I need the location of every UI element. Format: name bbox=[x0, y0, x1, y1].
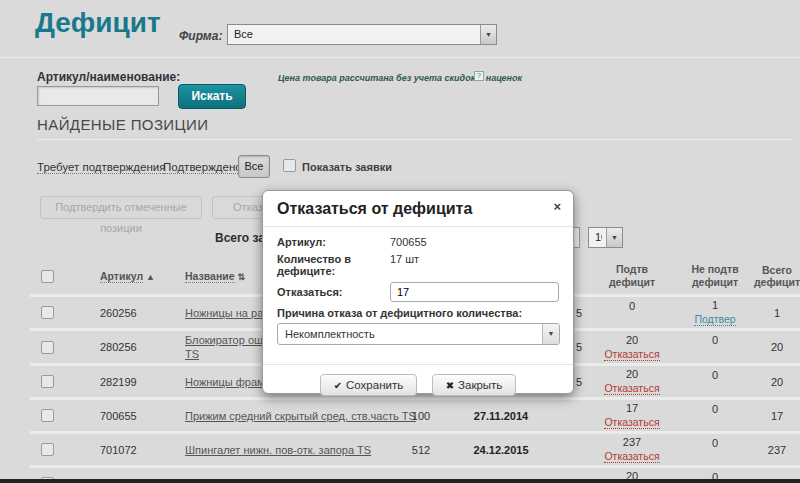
modal-qty-label: Количество в дефиците: bbox=[277, 253, 390, 277]
cell-qty: 512 bbox=[382, 444, 460, 456]
filter-requires-confirmation[interactable]: Требует подтверждения bbox=[37, 161, 165, 174]
cell-date: 24.12.2015 bbox=[460, 444, 542, 456]
unconfirmed-deficit-value: 0 bbox=[712, 437, 718, 449]
firm-select[interactable]: Все ▼ bbox=[227, 24, 497, 45]
show-requests-checkbox[interactable] bbox=[283, 159, 296, 172]
section-divider bbox=[37, 139, 792, 140]
filter-all-button[interactable]: Все bbox=[238, 155, 270, 178]
x-icon: ✖ bbox=[446, 380, 454, 391]
modal-refuse-label: Отказаться: bbox=[277, 286, 390, 298]
cell-articul: 700655 bbox=[65, 410, 185, 422]
modal-title: Отказаться от дефицита bbox=[277, 200, 472, 217]
row-checkbox[interactable] bbox=[41, 409, 54, 422]
total-deficit-value: 1 bbox=[748, 307, 800, 319]
save-button[interactable]: ✔Сохранить bbox=[320, 374, 418, 396]
refuse-quantity-input[interactable] bbox=[390, 282, 559, 302]
deficit-page: Дефицит Фирма: Все ▼ Артикул/наименовани… bbox=[0, 0, 800, 483]
modal-articul-label: Артикул: bbox=[277, 236, 390, 248]
confirm-link[interactable]: Подтвер bbox=[694, 313, 735, 326]
firm-select-value: Все bbox=[234, 28, 476, 40]
row-checkbox[interactable] bbox=[41, 443, 54, 456]
page-title: Дефицит bbox=[35, 7, 161, 39]
price-note: Цена товара рассчитана без учета скидок … bbox=[278, 73, 522, 83]
cell-articul: 282199 bbox=[65, 376, 185, 388]
confirmed-deficit-value: 17 bbox=[626, 402, 638, 414]
refuse-deficit-modal: Отказаться от дефицита × Артикул: 700655… bbox=[262, 190, 574, 394]
chevron-down-icon[interactable]: ▼ bbox=[606, 228, 622, 247]
page-size-value: 10 bbox=[595, 231, 602, 243]
sort-asc-icon: ▲ bbox=[146, 272, 155, 282]
row-checkbox[interactable] bbox=[41, 306, 54, 319]
sort-articul[interactable]: Артикул bbox=[100, 270, 143, 283]
section-title: НАЙДЕНЫЕ ПОЗИЦИИ bbox=[37, 116, 208, 133]
header-divider bbox=[0, 57, 800, 58]
chevron-down-icon[interactable]: ▼ bbox=[480, 25, 496, 44]
search-input[interactable] bbox=[37, 86, 159, 106]
page-size-select[interactable]: 10 ▼ bbox=[588, 227, 623, 248]
refuse-link[interactable]: Отказаться bbox=[604, 348, 659, 361]
cell-articul: 701072 bbox=[65, 444, 185, 456]
chevron-down-icon[interactable]: ▼ bbox=[542, 324, 559, 344]
close-button[interactable]: ✖Закрыть bbox=[432, 374, 517, 396]
item-name-link[interactable]: Шпингалет нижн. пов-отк. запора TS bbox=[185, 443, 382, 457]
modal-reason-label: Причина отказа от дефицитного количества… bbox=[277, 307, 559, 319]
confirm-selected-button[interactable]: Подтвердить отмеченные позиции bbox=[40, 196, 202, 219]
unconfirmed-deficit-value: 0 bbox=[712, 334, 718, 346]
firm-label: Фирма: bbox=[179, 29, 222, 43]
select-all-checkbox[interactable] bbox=[41, 270, 54, 283]
search-button[interactable]: Искать bbox=[178, 84, 246, 109]
confirmed-deficit-value: 0 bbox=[629, 300, 635, 312]
total-deficit-value: 20 bbox=[748, 341, 800, 353]
close-icon[interactable]: × bbox=[553, 200, 561, 213]
refuse-reason-select[interactable]: Некомплектность ▼ bbox=[277, 323, 560, 345]
cell-articul: 260256 bbox=[65, 307, 185, 319]
modal-qty-value: 17 шт bbox=[390, 253, 419, 277]
show-requests-label: Показать заявки bbox=[302, 161, 392, 173]
filter-confirmed[interactable]: Подтверждено bbox=[163, 161, 242, 174]
unconfirmed-deficit-value: 0 bbox=[712, 369, 718, 381]
sort-name[interactable]: Название bbox=[185, 270, 235, 283]
refuse-reason-value: Некомплектность bbox=[285, 328, 375, 340]
search-label: Артикул/наименование: bbox=[37, 70, 180, 84]
sort-both-icon: ⇅ bbox=[237, 272, 245, 282]
item-name-link[interactable]: Прижим средний скрытый сред. ств.часть T… bbox=[185, 409, 382, 423]
header-unconfirmed-deficit: Не подтвдефицит bbox=[682, 263, 748, 289]
total-deficit-value: 20 bbox=[748, 376, 800, 388]
confirmed-deficit-value: 237 bbox=[623, 436, 641, 448]
cell-qty: 100 bbox=[382, 410, 460, 422]
footer-bar bbox=[0, 479, 800, 483]
help-icon[interactable]: ? bbox=[474, 71, 484, 81]
row-checkbox[interactable] bbox=[41, 375, 54, 388]
unconfirmed-deficit-value: 1 bbox=[712, 299, 718, 311]
cell-date: 27.11.2014 bbox=[460, 410, 542, 422]
total-deficit-value: 237 bbox=[748, 444, 800, 456]
check-icon: ✔ bbox=[334, 380, 342, 391]
total-deficit-value: 17 bbox=[748, 410, 800, 422]
confirmed-deficit-value: 20 bbox=[626, 334, 638, 346]
refuse-link[interactable]: Отказаться bbox=[604, 382, 659, 395]
header-total-deficit: Всегодефицит bbox=[748, 264, 800, 288]
table-row: 701072 Шпингалет нижн. пов-отк. запора T… bbox=[30, 431, 800, 465]
modal-articul-value: 700655 bbox=[390, 236, 427, 248]
row-checkbox[interactable] bbox=[41, 341, 54, 354]
header-confirmed-deficit: Подтвдефицит bbox=[582, 263, 682, 289]
unconfirmed-deficit-value: 0 bbox=[712, 403, 718, 415]
refuse-link[interactable]: Отказаться bbox=[604, 450, 659, 463]
refuse-link[interactable]: Отказаться bbox=[604, 416, 659, 429]
confirmed-deficit-value: 20 bbox=[626, 368, 638, 380]
cell-articul: 280256 bbox=[65, 341, 185, 353]
